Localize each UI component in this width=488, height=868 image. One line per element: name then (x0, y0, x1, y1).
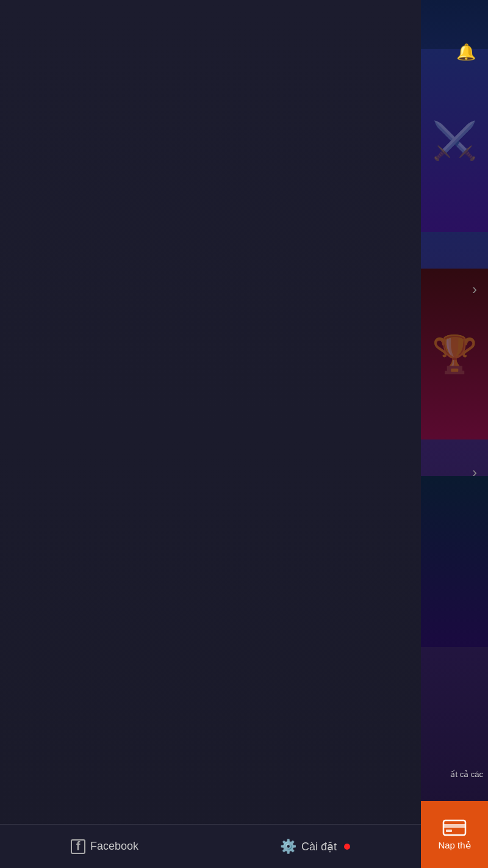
nap-the-button[interactable]: Nap thẻ (421, 801, 488, 868)
right-chevron-1[interactable]: › (472, 281, 477, 298)
left-panel (0, 0, 421, 868)
svg-rect-1 (443, 824, 465, 828)
nav-facebook-label: Facebook (90, 840, 138, 853)
bg-game-image-2: 🏆 (421, 269, 488, 439)
nav-facebook[interactable]: f Facebook (61, 834, 148, 859)
see-all-text: ất cả các (450, 770, 483, 779)
bg-game-image-3 (421, 476, 488, 647)
nap-the-label: Nap thẻ (438, 840, 470, 851)
facebook-icon: f (71, 839, 85, 854)
settings-red-dot (344, 844, 350, 850)
bg-right-panel: ⚔️ 🏆 (415, 0, 488, 868)
right-chevron-2[interactable]: › (472, 464, 477, 481)
svg-rect-2 (446, 830, 452, 832)
nav-settings[interactable]: ⚙️ Cài đặt (270, 834, 360, 859)
bottom-nav: f Facebook ⚙️ Cài đặt (0, 824, 421, 868)
nap-the-icon (442, 818, 467, 837)
see-all-area: ất cả các (450, 769, 483, 779)
notification-bell-icon[interactable]: 🔔 (456, 43, 476, 62)
main-container: ⚔️ 🏆 11:31 ••• ⏰ ▲ ▪▪▪ ✕ 85% Tân Dùng Va… (0, 0, 488, 868)
settings-gear-icon: ⚙️ (280, 839, 296, 855)
nav-settings-label: Cài đặt (301, 840, 337, 853)
